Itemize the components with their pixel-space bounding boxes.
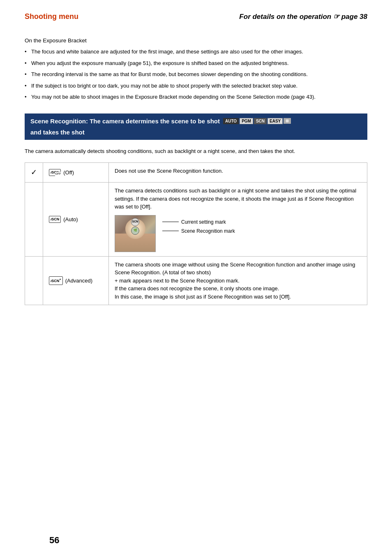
current-setting-label-item: Current setting mark	[162, 218, 235, 226]
camera-thumbnail-wrapper: SCN 🌿	[115, 215, 156, 252]
off-label: (Off)	[63, 169, 74, 177]
check-cell: ✓	[25, 163, 43, 183]
badge-easy: EASY	[267, 118, 283, 124]
scene-recognition-label: Scene Recognition mark	[181, 227, 235, 235]
table-row: ✓ iSCN OFF (Off) Does not use the Scene …	[25, 163, 367, 183]
exposure-bracket-section: On the Exposure Bracket The focus and wh…	[25, 37, 367, 101]
badge-auto: AUTO	[223, 118, 239, 124]
mode-badges: AUTO PGM SCN EASY ⊞	[223, 118, 291, 124]
current-setting-icon: SCN	[131, 218, 139, 226]
check-cell	[25, 256, 43, 305]
recognition-table: ✓ iSCN OFF (Off) Does not use the Scene …	[25, 162, 367, 305]
bullet-item: You may not be able to shoot images in t…	[25, 93, 367, 101]
auto-description: The camera detects conditions such as ba…	[109, 183, 367, 257]
intro-text: The camera automatically detects shootin…	[25, 147, 367, 155]
label-line	[162, 231, 179, 231]
bullet-item: The recording interval is the same as th…	[25, 70, 367, 79]
badge-pgm: PGM	[240, 118, 253, 124]
badge-scn: SCN	[254, 118, 267, 124]
icon-label: iSCN+ (Advanced)	[49, 276, 103, 285]
icon-label: iSCN OFF (Off)	[49, 169, 103, 177]
advanced-label: (Advanced)	[65, 277, 92, 285]
reference-text: For details on the operation	[239, 13, 331, 21]
advanced-description: The camera shoots one image without usin…	[109, 256, 367, 305]
page-reference: For details on the operation ☞ page 38	[239, 12, 367, 21]
check-cell	[25, 183, 43, 257]
reference-icon: ☞	[333, 13, 341, 21]
icon-label: iSCN (Auto)	[49, 215, 103, 224]
current-setting-label: Current setting mark	[181, 218, 226, 226]
exposure-bracket-list: The focus and white balance are adjusted…	[25, 48, 367, 101]
scene-recognition-icon: 🌿	[131, 227, 139, 235]
off-description: Does not use the Scene Recognition funct…	[109, 163, 367, 183]
scn-advanced-icon: iSCN+	[49, 276, 63, 285]
bullet-item: When you adjust the exposure manually (p…	[25, 59, 367, 67]
bullet-item: If the subject is too bright or too dark…	[25, 82, 367, 90]
scn-auto-icon: iSCN	[49, 216, 61, 223]
label-line	[162, 222, 179, 222]
reference-page: page 38	[341, 13, 367, 21]
section-title: Shooting menu	[25, 12, 78, 21]
icon-cell: iSCN (Auto)	[43, 183, 109, 257]
icon-cell: iSCN+ (Advanced)	[43, 256, 109, 305]
table-row: iSCN+ (Advanced) The camera shoots one i…	[25, 256, 367, 305]
exposure-bracket-heading: On the Exposure Bracket	[25, 37, 367, 44]
camera-thumbnail: SCN 🌿	[115, 215, 156, 252]
table-row: iSCN (Auto) The camera detects condition…	[25, 183, 367, 257]
camera-labels: Current setting mark Scene Recognition m…	[162, 218, 235, 235]
badge-grid: ⊞	[284, 118, 291, 124]
scn-off-icon: iSCN OFF	[49, 169, 61, 176]
scene-recognition-header: Scene Recognition: The camera determines…	[25, 113, 367, 140]
bullet-item: The focus and white balance are adjusted…	[25, 48, 367, 56]
scene-recognition-title: Scene Recognition: The camera determines…	[30, 118, 220, 125]
icon-cell: iSCN OFF (Off)	[43, 163, 109, 183]
overlay-icons: SCN 🌿	[131, 218, 139, 235]
scene-recognition-label-item: Scene Recognition mark	[162, 227, 235, 235]
scene-recognition-subtitle: and takes the shot	[30, 129, 85, 136]
camera-demo-area: SCN 🌿 Current setting mark	[115, 215, 361, 252]
auto-label: (Auto)	[63, 215, 78, 224]
page-header: Shooting menu For details on the operati…	[25, 12, 367, 21]
page-number: 56	[49, 535, 59, 546]
